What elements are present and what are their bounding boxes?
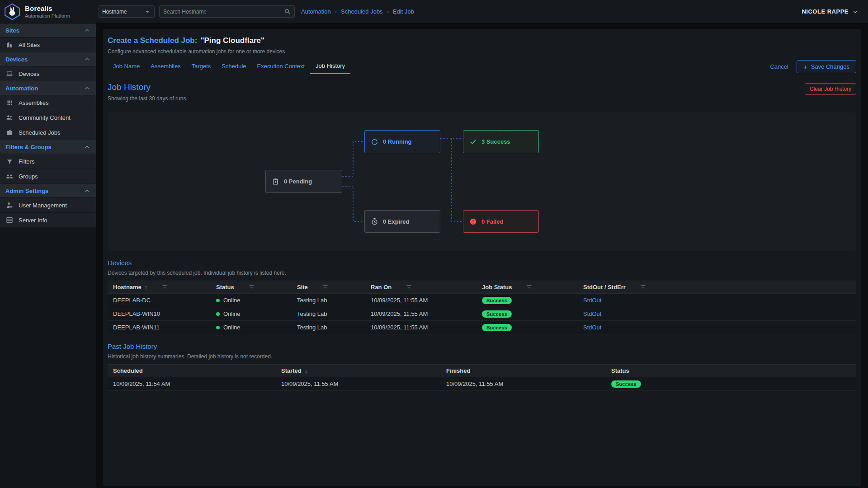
cell-hostname: DEEPLAB-WIN11 bbox=[108, 324, 211, 331]
device-row: DEEPLAB-WIN11 Online Testing Lab 10/09/2… bbox=[108, 321, 856, 334]
tab-job-name[interactable]: Job Name bbox=[108, 60, 145, 74]
breadcrumb-edit-job[interactable]: Edit Job bbox=[393, 8, 414, 15]
status-badge: Success bbox=[482, 324, 512, 331]
sidebar-item-community-content[interactable]: Community Content bbox=[0, 110, 96, 125]
node-success-label: 3 Success bbox=[481, 138, 510, 145]
devices-table: Hostname ↑ Status Site bbox=[108, 281, 856, 334]
job-history-header: Job History Showing the last 30 days of … bbox=[108, 82, 856, 102]
status-text: Online bbox=[223, 297, 241, 304]
sidebar-item-user-management[interactable]: User Management bbox=[0, 198, 96, 213]
save-changes-button[interactable]: + Save Changes bbox=[797, 60, 856, 73]
section-label: Sites bbox=[5, 27, 19, 34]
sidebar-section-admin-settings[interactable]: Admin Settings bbox=[0, 184, 96, 198]
online-dot bbox=[216, 312, 220, 316]
col-finished[interactable]: Finished bbox=[441, 367, 606, 374]
sidebar-item-assemblies[interactable]: Assemblies bbox=[0, 95, 96, 110]
col-scheduled[interactable]: Scheduled bbox=[108, 367, 276, 374]
section-label: Automation bbox=[5, 85, 38, 92]
sidebar-item-label: Groups bbox=[19, 173, 38, 180]
groups-icon bbox=[5, 173, 14, 180]
tab-execution-context[interactable]: Execution Context bbox=[252, 60, 311, 74]
sort-asc-icon[interactable]: ↑ bbox=[145, 284, 147, 291]
tab-job-history[interactable]: Job History bbox=[310, 59, 350, 74]
cell-job-status: Success bbox=[476, 310, 578, 318]
chevron-up-icon bbox=[84, 85, 90, 92]
online-dot bbox=[216, 326, 220, 329]
job-history-subtext: Showing the last 30 days of runs. bbox=[108, 95, 188, 102]
cell-site: Testing Lab bbox=[292, 310, 365, 317]
col-status[interactable]: Status bbox=[211, 284, 292, 291]
cell-status: Online bbox=[211, 297, 292, 304]
col-label: Job Status bbox=[482, 284, 512, 291]
node-expired-label: 0 Expired bbox=[383, 218, 410, 225]
col-hostname[interactable]: Hostname ↑ bbox=[108, 284, 211, 291]
tab-assemblies[interactable]: Assemblies bbox=[145, 60, 186, 74]
sidebar-item-all-sites[interactable]: All Sites bbox=[0, 38, 96, 52]
tab-targets[interactable]: Targets bbox=[186, 60, 217, 74]
tab-schedule[interactable]: Schedule bbox=[216, 60, 251, 74]
stdout-link[interactable]: StdOut bbox=[583, 297, 601, 304]
section-label: Admin Settings bbox=[5, 188, 48, 194]
clear-job-history-button[interactable]: Clear Job History bbox=[805, 83, 856, 95]
sidebar-item-scheduled-jobs[interactable]: Scheduled Jobs bbox=[0, 125, 96, 140]
cell-job-status: Success bbox=[476, 324, 578, 331]
sidebar-section-automation[interactable]: Automation bbox=[0, 81, 96, 95]
col-label: Finished bbox=[446, 367, 470, 374]
col-started[interactable]: Started ↓ bbox=[276, 367, 441, 374]
chevron-up-icon bbox=[84, 56, 90, 63]
filter-icon[interactable] bbox=[526, 284, 533, 291]
filter-icon[interactable] bbox=[406, 284, 412, 291]
col-ran-on[interactable]: Ran On bbox=[365, 284, 476, 291]
chevron-down-icon bbox=[852, 8, 859, 15]
col-stdout[interactable]: StdOut / StdErr bbox=[578, 284, 856, 291]
sidebar-item-server-info[interactable]: Server Info bbox=[0, 213, 96, 228]
col-status[interactable]: Status bbox=[606, 367, 856, 374]
filter-icon[interactable] bbox=[161, 284, 168, 291]
cancel-button[interactable]: Cancel bbox=[770, 63, 788, 70]
filter-icon[interactable] bbox=[248, 284, 255, 291]
cell-status: Online bbox=[211, 324, 292, 331]
breadcrumb-automation[interactable]: Automation bbox=[301, 8, 331, 15]
col-label: Scheduled bbox=[113, 367, 143, 374]
stdout-link[interactable]: StdOut bbox=[583, 324, 601, 331]
app-shell: Sites All Sites Devices Devices Automati… bbox=[0, 23, 868, 488]
sort-desc-icon[interactable]: ↓ bbox=[305, 368, 307, 374]
cell-ran-on: 10/09/2025, 11:55 AM bbox=[365, 310, 476, 317]
breadcrumb-scheduled-jobs[interactable]: Scheduled Jobs bbox=[341, 8, 383, 15]
person-gear-icon bbox=[5, 202, 14, 209]
cell-site: Testing Lab bbox=[292, 297, 365, 304]
sidebar-section-sites[interactable]: Sites bbox=[0, 23, 96, 38]
status-text: Online bbox=[223, 324, 241, 331]
user-menu[interactable]: NICOLE RAPPE bbox=[802, 8, 859, 15]
sidebar-item-devices[interactable]: Devices bbox=[0, 66, 96, 81]
sidebar-section-filters-groups[interactable]: Filters & Groups bbox=[0, 140, 96, 154]
sidebar-item-label: Community Content bbox=[19, 114, 71, 121]
col-job-status[interactable]: Job Status bbox=[476, 284, 578, 291]
page-subtitle: Configure advanced schedulable automatio… bbox=[108, 48, 856, 55]
node-success: 3 Success bbox=[463, 130, 539, 153]
col-site[interactable]: Site bbox=[292, 284, 365, 291]
sidebar-item-groups[interactable]: Groups bbox=[0, 169, 96, 184]
header-actions: Cancel + Save Changes bbox=[770, 60, 856, 73]
filter-icon[interactable] bbox=[640, 284, 646, 291]
search-icon[interactable] bbox=[284, 8, 291, 15]
devices-subtext: Devices targeted by this scheduled job. … bbox=[108, 270, 856, 276]
hostname-dropdown[interactable]: Hostname bbox=[99, 5, 155, 18]
stdout-link[interactable]: StdOut bbox=[583, 310, 601, 317]
job-flow-diagram: 0 Pending 0 Running 3 Success 0 Expired bbox=[108, 113, 856, 251]
job-history-heading: Job History bbox=[108, 82, 188, 92]
node-running-label: 0 Running bbox=[383, 138, 412, 145]
online-dot bbox=[216, 299, 220, 302]
sidebar-section-devices[interactable]: Devices bbox=[0, 52, 96, 66]
sidebar-item-filters[interactable]: Filters bbox=[0, 154, 96, 169]
device-row: DEEPLAB-WIN10 Online Testing Lab 10/09/2… bbox=[108, 307, 856, 321]
brand: Borealis Automation Platform bbox=[0, 3, 96, 20]
cell-job-status: Success bbox=[476, 297, 578, 304]
search-input[interactable] bbox=[163, 9, 284, 15]
funnel-icon bbox=[5, 158, 14, 165]
grid-icon bbox=[5, 99, 14, 106]
filter-icon[interactable] bbox=[322, 284, 329, 291]
cell-ran-on: 10/09/2025, 11:55 AM bbox=[365, 324, 476, 331]
cell-hostname: DEEPLAB-WIN10 bbox=[108, 310, 211, 317]
app-tagline: Automation Platform bbox=[25, 13, 70, 19]
